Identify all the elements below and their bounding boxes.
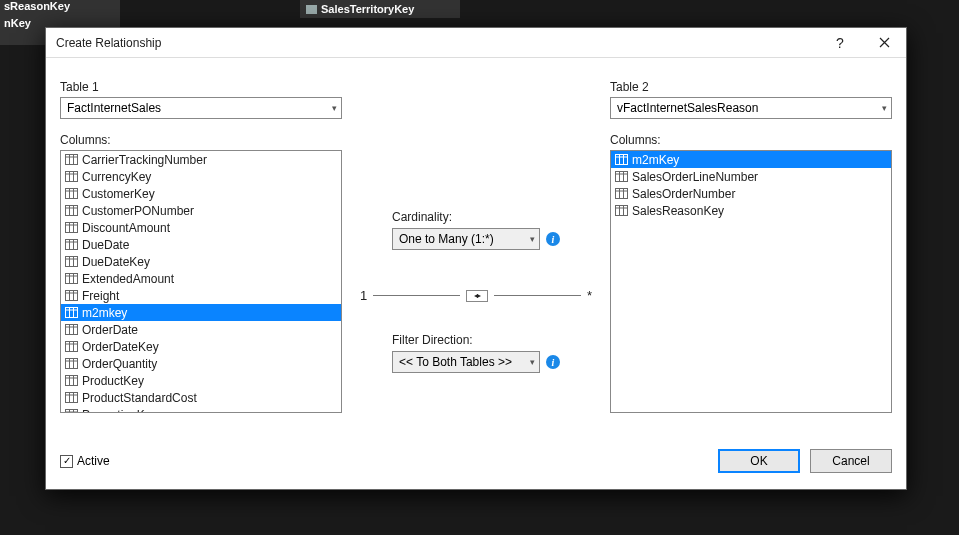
- list-item[interactable]: PromotionKey: [61, 406, 341, 413]
- column-icon: [65, 392, 78, 403]
- cardinality-value: One to Many (1:*): [399, 232, 494, 246]
- table1-columns-list[interactable]: CarrierTrackingNumberCurrencyKeyCustomer…: [60, 150, 342, 413]
- relationship-diagram: 1 ◂▸ *: [360, 288, 592, 303]
- column-icon: [306, 5, 317, 14]
- list-item[interactable]: OrderDate: [61, 321, 341, 338]
- dialog-content: Table 1 FactInternetSales ▾ Columns: Car…: [46, 58, 906, 443]
- list-item[interactable]: DueDateKey: [61, 253, 341, 270]
- list-item-label: ProductKey: [82, 374, 144, 388]
- list-item[interactable]: m2mkey: [61, 304, 341, 321]
- chevron-down-icon: ▾: [530, 234, 535, 244]
- svg-rect-52: [66, 376, 78, 386]
- column-icon: [65, 171, 78, 182]
- svg-rect-24: [66, 257, 78, 267]
- list-item[interactable]: DiscountAmount: [61, 219, 341, 236]
- column-icon: [65, 307, 78, 318]
- filter-direction-value: << To Both Tables >>: [399, 355, 512, 369]
- list-item[interactable]: OrderQuantity: [61, 355, 341, 372]
- active-checkbox[interactable]: ✓ Active: [60, 454, 110, 468]
- bg-column-item: SalesTerritoryKey: [300, 0, 460, 18]
- cardinality-select[interactable]: One to Many (1:*) ▾: [392, 228, 540, 250]
- column-icon: [615, 171, 628, 182]
- svg-rect-40: [66, 325, 78, 335]
- link-right: *: [587, 288, 592, 303]
- info-icon[interactable]: i: [546, 355, 560, 369]
- list-item-label: ExtendedAmount: [82, 272, 174, 286]
- checkbox-icon: ✓: [60, 455, 73, 468]
- list-item-label: SalesOrderLineNumber: [632, 170, 758, 184]
- svg-rect-0: [66, 155, 78, 165]
- column-icon: [65, 273, 78, 284]
- bg-label: nKey: [4, 17, 31, 29]
- list-item[interactable]: m2mKey: [611, 151, 891, 168]
- table2-select[interactable]: vFactInternetSalesReason ▾: [610, 97, 892, 119]
- column-icon: [65, 290, 78, 301]
- column-icon: [615, 205, 628, 216]
- list-item-label: OrderDate: [82, 323, 138, 337]
- table2-label: Table 2: [610, 80, 892, 94]
- close-button[interactable]: [862, 28, 906, 58]
- list-item-label: OrderQuantity: [82, 357, 157, 371]
- column-icon: [65, 256, 78, 267]
- list-item[interactable]: SalesReasonKey: [611, 202, 891, 219]
- list-item[interactable]: SalesOrderNumber: [611, 185, 891, 202]
- column-icon: [65, 375, 78, 386]
- list-item[interactable]: DueDate: [61, 236, 341, 253]
- chevron-down-icon: ▾: [332, 103, 337, 113]
- list-item[interactable]: ExtendedAmount: [61, 270, 341, 287]
- table2-columns-label: Columns:: [610, 133, 892, 147]
- svg-rect-32: [66, 291, 78, 301]
- table2-columns-list[interactable]: m2mKeySalesOrderLineNumberSalesOrderNumb…: [610, 150, 892, 413]
- dialog-title: Create Relationship: [56, 36, 818, 50]
- list-item-label: DueDateKey: [82, 255, 150, 269]
- list-item-label: DiscountAmount: [82, 221, 170, 235]
- chevron-down-icon: ▾: [530, 357, 535, 367]
- list-item-label: m2mkey: [82, 306, 127, 320]
- column-icon: [65, 188, 78, 199]
- table1-value: FactInternetSales: [67, 101, 161, 115]
- list-item[interactable]: SalesOrderLineNumber: [611, 168, 891, 185]
- svg-rect-12: [66, 206, 78, 216]
- link-left: 1: [360, 288, 367, 303]
- list-item[interactable]: CustomerPONumber: [61, 202, 341, 219]
- cancel-button[interactable]: Cancel: [810, 449, 892, 473]
- svg-rect-28: [66, 274, 78, 284]
- list-item-label: ProductStandardCost: [82, 391, 197, 405]
- list-item[interactable]: Freight: [61, 287, 341, 304]
- chevron-down-icon: ▾: [882, 103, 887, 113]
- column-icon: [65, 358, 78, 369]
- list-item[interactable]: ProductStandardCost: [61, 389, 341, 406]
- table1-select[interactable]: FactInternetSales ▾: [60, 97, 342, 119]
- svg-rect-44: [66, 342, 78, 352]
- list-item[interactable]: CarrierTrackingNumber: [61, 151, 341, 168]
- list-item[interactable]: ProductKey: [61, 372, 341, 389]
- svg-rect-4: [66, 172, 78, 182]
- list-item[interactable]: OrderDateKey: [61, 338, 341, 355]
- table2-value: vFactInternetSalesReason: [617, 101, 758, 115]
- active-label: Active: [77, 454, 110, 468]
- list-item-label: DueDate: [82, 238, 129, 252]
- filter-direction-select[interactable]: << To Both Tables >> ▾: [392, 351, 540, 373]
- column-icon: [615, 188, 628, 199]
- list-item[interactable]: CurrencyKey: [61, 168, 341, 185]
- svg-rect-48: [66, 359, 78, 369]
- svg-rect-64: [616, 155, 628, 165]
- svg-rect-8: [66, 189, 78, 199]
- list-item[interactable]: CustomerKey: [61, 185, 341, 202]
- bg-label: SalesTerritoryKey: [321, 3, 414, 15]
- list-item-label: SalesOrderNumber: [632, 187, 735, 201]
- ok-button[interactable]: OK: [718, 449, 800, 473]
- list-item-label: OrderDateKey: [82, 340, 159, 354]
- column-icon: [65, 341, 78, 352]
- table1-panel: Table 1 FactInternetSales ▾ Columns: Car…: [60, 80, 342, 435]
- info-icon[interactable]: i: [546, 232, 560, 246]
- table2-panel: Table 2 vFactInternetSalesReason ▾ Colum…: [610, 80, 892, 435]
- svg-rect-56: [66, 393, 78, 403]
- list-item-label: Freight: [82, 289, 119, 303]
- svg-rect-36: [66, 308, 78, 318]
- list-item-label: PromotionKey: [82, 408, 157, 414]
- help-button[interactable]: ?: [818, 28, 862, 58]
- list-item-label: CarrierTrackingNumber: [82, 153, 207, 167]
- table1-columns-label: Columns:: [60, 133, 342, 147]
- column-icon: [65, 324, 78, 335]
